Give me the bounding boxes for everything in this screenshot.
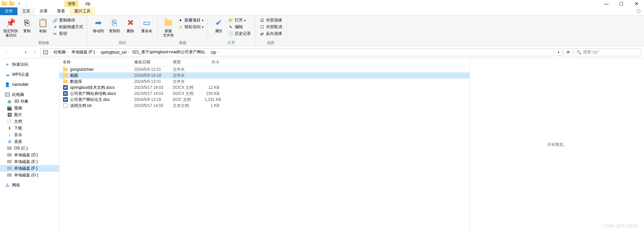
sidebar-quick-access[interactable]: ★快速访问	[0, 61, 59, 68]
pin-button[interactable]: 📌固定到快 速访问	[3, 17, 19, 38]
tab-view[interactable]: 查看	[52, 7, 70, 15]
sidebar-drive-c[interactable]: OS (C:)	[0, 145, 59, 152]
crumb-item[interactable]: zip›	[209, 50, 219, 55]
folder-icon[interactable]	[9, 1, 15, 7]
refresh-button[interactable]: ⟳	[564, 48, 573, 56]
forward-button[interactable]: →	[12, 48, 20, 56]
properties-button[interactable]: ✔属性	[211, 17, 227, 34]
sidebar-documents[interactable]: 📄文档	[0, 118, 59, 125]
file-row[interactable]: gongsizichan2024/5/9 13:31文件夹	[59, 66, 470, 72]
sidebar-downloads[interactable]: ⬇下载	[0, 125, 59, 131]
file-row[interactable]: 说明文档.txt2023/5/17 14:03文本文档1 KB	[59, 103, 470, 109]
breadcrumb-dropdown[interactable]: ▾	[555, 49, 562, 56]
tab-picture-tools[interactable]: 图片工具	[70, 7, 95, 15]
star-icon: ★	[5, 62, 10, 67]
col-size[interactable]: 大小	[202, 59, 222, 65]
sidebar-desktop[interactable]: 🖥桌面	[0, 138, 59, 145]
invert-icon: ⇄	[259, 31, 265, 37]
file-row[interactable]: W公司资产网站表结构.docx2023/5/17 14:03DOCX 文档230…	[59, 91, 470, 97]
open-icon: 📂	[228, 18, 233, 23]
sidebar-drive-e[interactable]: 本地磁盘 (E:)	[0, 158, 59, 165]
file-name: 数据库	[59, 79, 131, 84]
edit-button[interactable]: ✎编辑	[228, 24, 251, 30]
pc-icon[interactable]: ›	[42, 50, 52, 54]
crumb-item[interactable]: 021_基于springboot+vue的公司资产网站›	[131, 49, 209, 55]
crumb-item[interactable]: 本地磁盘 (F:)›	[70, 49, 99, 55]
sidebar-user[interactable]: 👤nanisdde	[0, 81, 59, 88]
desktop-icon: 🖥	[7, 139, 12, 144]
sidebar-network[interactable]: 🖧网络	[0, 182, 59, 188]
new-folder-button[interactable]: 新建 文件夹	[160, 17, 176, 38]
select-none-button[interactable]: ☐全部取消	[259, 24, 282, 30]
file-rows: gongsizichan2024/5/9 13:31文件夹截图2024/5/9 …	[59, 66, 470, 109]
file-size: 1 KB	[202, 103, 222, 108]
user-icon: 👤	[5, 82, 10, 87]
contextual-tab-label: 管理	[64, 1, 78, 7]
crumb-item[interactable]: springboot_xxl›	[99, 50, 130, 55]
column-headers: 名称 修改日期 类型 大小	[59, 58, 470, 66]
qat-dropdown-icon[interactable]: ▾	[16, 1, 22, 7]
tab-file[interactable]: 文件	[0, 7, 17, 15]
sidebar-drive-g[interactable]: 本地磁盘 (G:)	[0, 172, 59, 178]
crumb-item[interactable]: 此电脑›	[52, 49, 69, 55]
col-type[interactable]: 类型	[170, 59, 202, 65]
paste-button[interactable]: 📋粘贴	[35, 17, 51, 34]
download-icon: ⬇	[7, 125, 12, 131]
new-item-button[interactable]: ✦新建项目▾	[178, 17, 204, 23]
sidebar-drive-f[interactable]: 本地磁盘 (F:)	[0, 165, 59, 172]
sidebar-music[interactable]: ♪音乐	[0, 131, 59, 138]
file-date: 2023/5/17 14:03	[131, 103, 170, 108]
move-to-button[interactable]: ➡移动到	[90, 17, 106, 34]
paste-icon: 📋	[38, 17, 48, 28]
sidebar-3d[interactable]: ▣3D 对象	[0, 98, 59, 105]
rename-button[interactable]: ▭重命名	[139, 17, 155, 34]
file-row[interactable]: W公司资产网站论文.doc2024/5/9 13:29DOC 文档1,331 K…	[59, 97, 470, 103]
close-button[interactable]: ✕	[629, 0, 644, 7]
address-bar: ← → ▾ ↑ › 此电脑› 本地磁盘 (F:)› springboot_xxl…	[0, 46, 644, 58]
file-row[interactable]: Wspringboot技术文档.docx2023/5/17 14:03DOCX …	[59, 84, 470, 91]
back-button[interactable]: ←	[3, 48, 11, 56]
select-all-button[interactable]: ☑全部选择	[259, 17, 282, 23]
file-size: 12 KB	[202, 85, 222, 90]
recent-dropdown[interactable]: ▾	[21, 48, 30, 56]
easy-access-button[interactable]: ⚡轻松访问▾	[178, 24, 204, 30]
sidebar-drive-d[interactable]: 本地磁盘 (D:)	[0, 152, 59, 158]
file-date: 2023/5/17 14:03	[131, 85, 170, 90]
sidebar-videos[interactable]: 🎬视频	[0, 105, 59, 111]
file-row[interactable]: 数据库2024/5/9 13:31文件夹	[59, 78, 470, 84]
navigation-pane: ★快速访问 ☁WPS云盘 👤nanisdde 此电脑 ▣3D 对象 🎬视频 🖼图…	[0, 58, 59, 231]
maximize-button[interactable]: ☐	[614, 0, 629, 7]
word-icon: W	[63, 85, 68, 90]
pin-icon: 📌	[5, 17, 16, 28]
file-row[interactable]: 截图2024/5/9 14:18文件夹	[59, 72, 470, 78]
file-size: 230 KB	[202, 91, 222, 96]
preview-pane: 没有预览。	[470, 58, 644, 231]
copy-button[interactable]: ⎘复制	[19, 17, 35, 34]
sidebar-this-pc[interactable]: 此电脑	[0, 91, 59, 98]
open-button[interactable]: 📂打开▾	[228, 17, 251, 23]
col-date[interactable]: 修改日期	[131, 59, 170, 65]
sidebar-pictures[interactable]: 🖼图片	[0, 111, 59, 118]
tab-home[interactable]: 主页	[17, 7, 35, 15]
cut-button[interactable]: ✂剪切	[52, 31, 83, 37]
history-button[interactable]: 🕐历史记录	[228, 31, 251, 37]
minimize-button[interactable]: —	[599, 0, 614, 7]
file-type: 文件夹	[170, 79, 202, 84]
word-icon: W	[63, 91, 68, 96]
copyto-icon: ⎘	[109, 17, 120, 28]
tab-share[interactable]: 共享	[35, 7, 52, 15]
file-size: 1,331 KB	[202, 97, 222, 102]
group-organize: ➡移动到 ⎘复制到 ✖删除 ▭重命名 组织	[88, 15, 158, 46]
help-icon[interactable]: ⓘ	[633, 7, 644, 15]
copy-to-button[interactable]: ⎘复制到	[106, 17, 122, 34]
copy-path-button[interactable]: 🔗复制路径	[52, 17, 83, 23]
invert-selection-button[interactable]: ⇄反向选择	[259, 31, 282, 37]
col-name[interactable]: 名称	[59, 59, 131, 65]
breadcrumb[interactable]: › 此电脑› 本地磁盘 (F:)› springboot_xxl› 021_基于…	[40, 48, 554, 56]
group-label: 选择	[258, 40, 283, 45]
search-input[interactable]: 🔍搜索"zip"	[574, 48, 641, 56]
delete-button[interactable]: ✖删除	[122, 17, 139, 34]
paste-shortcut-button[interactable]: ↗粘贴快捷方式	[52, 24, 83, 30]
up-button[interactable]: ↑	[31, 48, 39, 56]
sidebar-wps[interactable]: ☁WPS云盘	[0, 71, 59, 78]
